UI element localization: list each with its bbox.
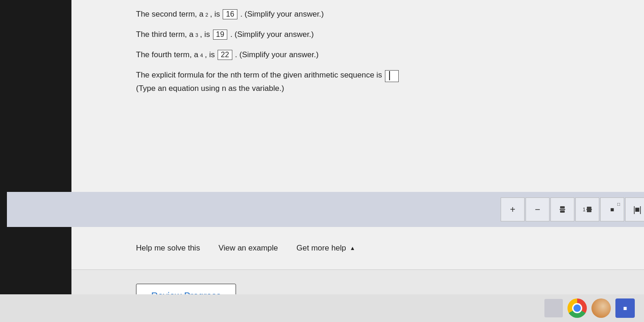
- superscript-button[interactable]: ■□: [600, 197, 624, 221]
- type-equation-instruction: (Type an equation using n as the variabl…: [136, 84, 579, 93]
- second-term-line: The second term, a2, is 16 . (Simplify y…: [136, 9, 579, 19]
- second-term-suffix: . (Simplify your answer.): [240, 10, 324, 19]
- chrome-icon[interactable]: [567, 298, 587, 318]
- explicit-formula-input[interactable]: [385, 70, 399, 82]
- taskbar-square-icon[interactable]: [544, 299, 563, 317]
- math-toolbar: + − 1 ■□ |■|: [7, 192, 644, 227]
- third-term-value: 19: [213, 30, 228, 40]
- fourth-term-suffix: . (Simplify your answer.): [235, 50, 319, 60]
- get-more-help-button[interactable]: Get more help ▲: [296, 244, 355, 253]
- fourth-term-label: The fourth term, a: [136, 50, 198, 60]
- search-taskbar-icon[interactable]: [591, 298, 611, 318]
- type-equation-text: (Type an equation using n as the variabl…: [136, 84, 284, 93]
- fourth-term-subscript: 4: [200, 53, 203, 58]
- third-term-suffix: . (Simplify your answer.): [230, 30, 313, 39]
- mixed-fraction-button[interactable]: 1: [575, 197, 599, 221]
- third-term-subscript: 3: [195, 32, 198, 38]
- explicit-formula-line: The explicit formula for the nth term of…: [136, 70, 579, 82]
- help-me-solve-link[interactable]: Help me solve this: [136, 244, 200, 253]
- fraction-icon: [560, 206, 565, 213]
- third-term-label: The third term, a: [136, 30, 194, 39]
- fourth-term-is: , is: [205, 50, 215, 60]
- third-term-line: The third term, a3, is 19 . (Simplify yo…: [136, 30, 579, 40]
- monitor-taskbar-icon[interactable]: ■: [615, 298, 635, 318]
- content-area: The second term, a2, is 16 . (Simplify y…: [71, 0, 644, 192]
- second-term-value: 16: [223, 9, 237, 19]
- left-panel: [0, 0, 71, 322]
- third-term-is: , is: [200, 30, 210, 39]
- plus-button[interactable]: +: [501, 197, 525, 221]
- fourth-term-value: 22: [218, 50, 232, 60]
- absolute-value-button[interactable]: |■|: [625, 197, 644, 221]
- second-term-is: , is: [210, 10, 220, 19]
- main-content: The second term, a2, is 16 . (Simplify y…: [71, 0, 644, 322]
- fraction-button[interactable]: [550, 197, 574, 221]
- explicit-label: The explicit formula for the nth term of…: [136, 71, 382, 80]
- second-term-subscript: 2: [205, 12, 208, 18]
- minus-button[interactable]: −: [526, 197, 549, 221]
- mixed-fraction-icon: 1: [583, 207, 592, 212]
- view-example-link[interactable]: View an example: [219, 244, 278, 253]
- taskbar: ■: [0, 294, 644, 322]
- more-help-arrow-icon: ▲: [350, 245, 355, 251]
- action-row: Help me solve this View an example Get m…: [136, 234, 579, 262]
- fourth-term-line: The fourth term, a4, is 22 . (Simplify y…: [136, 50, 579, 60]
- get-more-help-label: Get more help: [296, 244, 346, 253]
- second-term-label: The second term, a: [136, 10, 203, 19]
